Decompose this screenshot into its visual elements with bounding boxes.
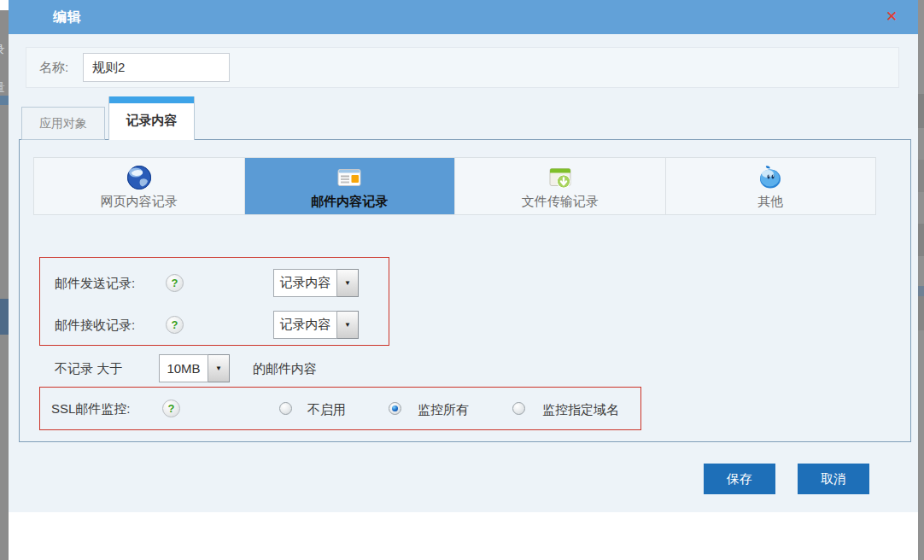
tab-apply-target[interactable]: 应用对象 [21, 107, 105, 140]
mail-record-group: 邮件发送记录: ? 记录内容 ▼ 邮件接收记录: ? 记录内容 ▼ [39, 257, 389, 346]
mail-receive-select[interactable]: 记录内容 ▼ [273, 311, 359, 339]
tab-accent-strip [109, 96, 194, 103]
subtab-label: 邮件内容记录 [311, 194, 388, 210]
save-button[interactable]: 保存 [704, 464, 775, 494]
chevron-down-icon: ▼ [208, 354, 230, 382]
radio-monitor-domains[interactable] [512, 402, 525, 415]
ssl-monitor-label: SSL邮件监控: [51, 388, 131, 429]
record-type-tabs: 网页内容记录 邮件内容记录 [33, 157, 876, 215]
dialog-bottom-area [9, 512, 918, 560]
close-icon[interactable]: ✕ [882, 8, 901, 26]
mail-send-row: 邮件发送记录: ? 记录内容 ▼ [40, 269, 389, 297]
subtab-file-transfer[interactable]: 文件传输记录 [455, 158, 666, 214]
subtab-web-content[interactable]: 网页内容记录 [34, 158, 245, 214]
radio-monitor-domains-label[interactable]: 监控指定域名 [542, 388, 619, 431]
backdrop-stripe [918, 286, 924, 296]
chevron-down-icon: ▼ [337, 311, 359, 339]
mail-receive-row: 邮件接收记录: ? 记录内容 ▼ [40, 311, 389, 339]
name-label: 名称: [39, 48, 68, 87]
size-limit-suffix: 的邮件内容 [253, 354, 317, 382]
backdrop-band [0, 299, 9, 335]
subtab-mail-content[interactable]: 邮件内容记录 [245, 158, 456, 214]
name-row: 名称: [26, 47, 899, 88]
backdrop-stripe [918, 160, 924, 192]
subtab-label: 网页内容记录 [101, 194, 178, 210]
backdrop-white-corner [0, 0, 9, 10]
size-limit-row: 不记录 大于 10MB ▼ 的邮件内容 [20, 354, 532, 382]
backdrop-text-fragment: 量 [0, 80, 5, 96]
backdrop-stripe [918, 224, 924, 256]
radio-disable[interactable] [279, 402, 292, 415]
dialog-header: 编辑 ✕ [9, 0, 918, 34]
size-limit-select[interactable]: 10MB ▼ [159, 354, 230, 382]
record-content-panel: 网页内容记录 邮件内容记录 [19, 139, 911, 442]
backdrop-right [918, 0, 924, 560]
mail-receive-label: 邮件接收记录: [55, 311, 135, 339]
backdrop-stripe [918, 94, 924, 128]
ssl-monitor-group: SSL邮件监控: ? 不启用 监控所有 监控指定域名 [39, 387, 641, 430]
size-limit-prefix: 不记录 大于 [55, 354, 122, 382]
backdrop-text-fragment: 录 [0, 43, 5, 58]
backdrop-band [0, 96, 9, 105]
mail-send-label: 邮件发送记录: [55, 269, 135, 297]
globe-icon [125, 163, 154, 192]
tab-record-content[interactable]: 记录内容 [108, 96, 195, 140]
mail-send-select[interactable]: 记录内容 ▼ [273, 269, 359, 297]
subtab-other[interactable]: 其他 [666, 158, 876, 214]
radio-monitor-all[interactable] [389, 402, 401, 415]
help-icon[interactable]: ? [166, 316, 184, 334]
help-icon[interactable]: ? [166, 274, 184, 292]
mail-icon [335, 163, 364, 192]
cancel-button[interactable]: 取消 [798, 464, 869, 494]
screen: 录 量 编辑 ✕ 名称: 应用对象 记录内容 [0, 0, 924, 560]
edit-dialog: 编辑 ✕ 名称: 应用对象 记录内容 [9, 0, 918, 560]
name-input[interactable] [83, 53, 230, 82]
backdrop-left: 录 量 [0, 0, 9, 560]
radio-disable-label[interactable]: 不启用 [307, 388, 346, 431]
help-icon[interactable]: ? [162, 400, 180, 417]
chat-bubble-icon [756, 163, 785, 192]
dialog-title: 编辑 [53, 0, 82, 34]
backdrop-stripe [918, 296, 924, 330]
radio-monitor-all-label[interactable]: 监控所有 [418, 388, 469, 431]
subtab-label: 文件传输记录 [522, 194, 599, 210]
file-transfer-icon [546, 163, 575, 192]
subtab-label: 其他 [757, 194, 783, 210]
chevron-down-icon: ▼ [337, 269, 359, 297]
